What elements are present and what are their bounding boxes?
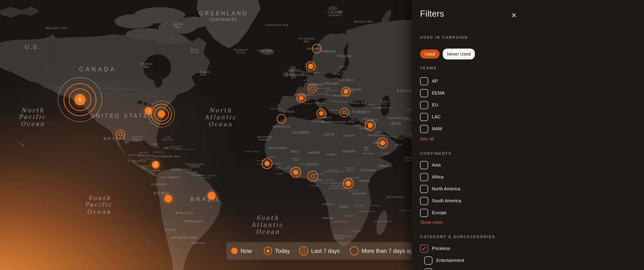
checkbox-icon[interactable] (420, 89, 428, 97)
legend-item: Last 7 days (299, 246, 340, 256)
checkbox-row: Entertainment (424, 254, 637, 266)
option-label: North America (432, 186, 460, 191)
checkbox-icon[interactable] (420, 173, 428, 181)
section-header-category: CATEGORY & SUBCATEGORIES (420, 235, 637, 239)
checkbox-row: EEMA (420, 87, 637, 99)
filters-panel: Filters ✕ USED IN CAMPAIGN UsedNever Use… (412, 0, 644, 270)
option-label: EEMA (432, 90, 445, 96)
panel-title: Filters (420, 9, 637, 19)
marker-ring-icon (307, 171, 318, 182)
checkbox-row: Asia (420, 159, 637, 171)
marker-ring-icon (308, 84, 317, 93)
continents-options: AsiaAfricaNorth AmericaSouth AmericaEuro… (420, 159, 637, 219)
checkbox-row: NAM (420, 123, 637, 135)
checkbox-icon[interactable] (420, 113, 428, 121)
pill-label: Used (424, 52, 435, 57)
checkbox-row: EU (420, 99, 637, 111)
marker-dot-icon (293, 170, 298, 175)
marker-dot-icon (319, 111, 324, 116)
checkbox-row (424, 266, 637, 270)
marker-count: 6 (78, 96, 82, 103)
marker-ring-icon (277, 114, 286, 123)
legend-label: Last 7 days (311, 248, 340, 254)
legend-dotring-icon (264, 247, 272, 255)
section-header-teams: TEAMS (420, 66, 637, 70)
checkbox-icon[interactable] (420, 161, 428, 169)
legend-dblring-icon (299, 246, 308, 256)
filter-pill-used[interactable]: Used (420, 50, 440, 59)
legend-label: Today (275, 248, 290, 254)
option-label: LAC (432, 114, 441, 119)
teams-options: APEEMAEULACNAM (420, 75, 637, 135)
checkbox-row: North America (420, 183, 637, 195)
checkbox-icon[interactable] (424, 268, 432, 270)
legend-ring-icon (350, 246, 359, 255)
checkbox-icon[interactable] (420, 185, 428, 193)
marker-ring-icon (116, 129, 125, 139)
checkbox-icon[interactable] (420, 125, 428, 133)
campaign-map-app: U.S.CANADAUNITED STATESMEXICOGREENLAND(D… (0, 0, 644, 270)
section-header-continents: CONTINENTS (420, 152, 637, 156)
checkbox-icon[interactable] (420, 101, 428, 109)
campaign-pills: UsedNever Used (420, 49, 637, 59)
legend-solid-icon (231, 248, 238, 254)
legend-item: Now (231, 248, 252, 254)
pill-label: Never Used (444, 50, 474, 58)
checkbox-icon[interactable] (424, 256, 432, 264)
checkbox-row: South America (420, 195, 637, 207)
legend-label: Now (240, 248, 252, 254)
marker-dot-icon (344, 89, 348, 94)
marker-ring-icon (312, 44, 322, 53)
option-label: South America (432, 198, 461, 203)
category-options: ✓PricelessEntertainment (420, 242, 637, 270)
option-label: AP (432, 79, 438, 84)
show-more-link[interactable]: Show more (420, 220, 637, 225)
close-icon[interactable]: ✕ (509, 10, 519, 20)
checkbox-checked-icon[interactable]: ✓ (420, 244, 428, 253)
marker-dot-icon (346, 181, 351, 186)
checkbox-row: Africa (420, 171, 637, 183)
legend-item: Today (264, 247, 290, 255)
section-header-campaign: USED IN CAMPAIGN (420, 35, 637, 40)
marker-dot-icon (299, 96, 304, 100)
checkbox-row: ✓Priceless (420, 242, 637, 254)
option-label: Europe (432, 210, 446, 215)
option-label: NAM (432, 126, 442, 131)
option-label: Priceless (432, 246, 450, 251)
option-label: Asia (432, 163, 441, 168)
option-label: Entertainment (436, 258, 464, 263)
marker-ring-icon (340, 108, 349, 117)
see-all-link[interactable]: See all (420, 136, 637, 142)
marker-dot-icon (264, 161, 270, 166)
checkbox-icon[interactable] (420, 197, 428, 205)
marker-dot-icon (308, 64, 313, 69)
checkbox-row: LAC (420, 111, 637, 123)
legend-item: More than 7 days ago (350, 246, 416, 255)
checkbox-row: Europe (420, 207, 637, 219)
marker-dot-icon (208, 192, 216, 200)
marker-dot-icon (380, 141, 385, 145)
checkbox-icon[interactable] (420, 209, 428, 217)
marker-count: 2 (154, 162, 157, 167)
checkbox-icon[interactable] (420, 77, 428, 85)
filter-pill-never-used[interactable]: Never Used (443, 49, 475, 59)
marker-dot-icon (164, 195, 172, 202)
marker-dot-icon (368, 123, 373, 128)
checkbox-row: AP (420, 75, 637, 87)
option-label: Africa (432, 174, 444, 180)
marker-dot-icon (158, 110, 165, 118)
legend-label: More than 7 days ago (362, 248, 416, 254)
option-label: EU (432, 102, 438, 107)
